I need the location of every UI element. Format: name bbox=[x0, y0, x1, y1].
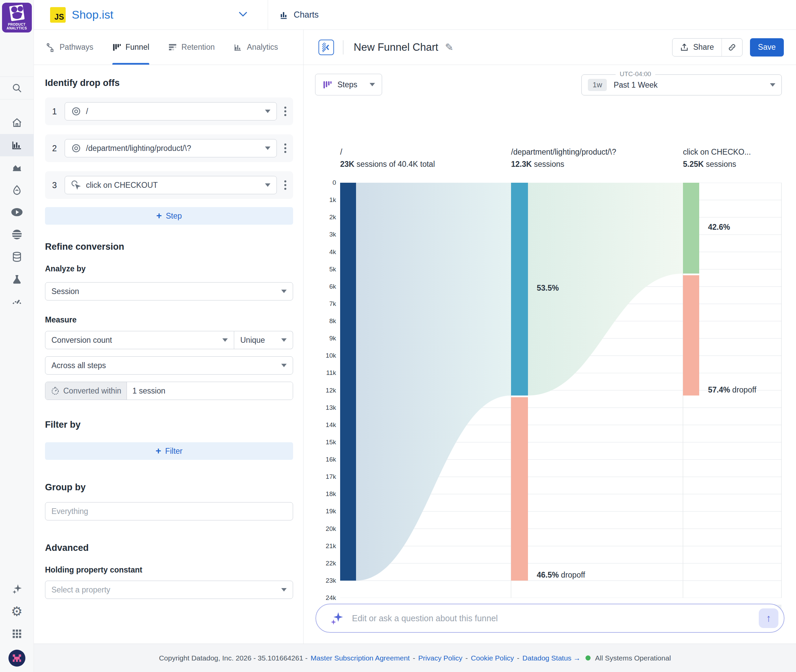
tab-retention[interactable]: Retention bbox=[168, 30, 215, 65]
analytics-icon bbox=[234, 43, 243, 52]
funnel-bar[interactable] bbox=[511, 183, 528, 395]
step-number: 2 bbox=[50, 144, 59, 153]
area-chart-icon[interactable] bbox=[0, 156, 34, 179]
footer-link-privacy[interactable]: Privacy Policy bbox=[418, 654, 463, 662]
performance-gauge-icon[interactable] bbox=[0, 290, 34, 313]
step-number: 3 bbox=[50, 180, 59, 190]
converted-within-control: Converted within 1 session bbox=[45, 382, 293, 400]
step-2-select[interactable]: /department/lighting/product/\? bbox=[65, 139, 277, 157]
charts-nav-icon[interactable] bbox=[0, 134, 34, 156]
advanced-heading: Advanced bbox=[45, 543, 293, 553]
sparkle-icon bbox=[330, 611, 344, 625]
converted-within-value[interactable]: 1 session bbox=[127, 382, 293, 400]
chevron-down-icon bbox=[281, 588, 287, 592]
tab-charts[interactable]: Charts bbox=[280, 10, 319, 20]
filter-by-heading: Filter by bbox=[45, 419, 293, 430]
workspace-name[interactable]: Shop.ist bbox=[72, 8, 114, 21]
save-button[interactable]: Save bbox=[750, 38, 784, 56]
dropoff-bar[interactable] bbox=[511, 397, 528, 581]
timezone-label: UTC-04:00 bbox=[616, 70, 655, 78]
y-tick-label: 12k bbox=[304, 387, 336, 394]
database-icon[interactable] bbox=[0, 246, 34, 268]
chevron-down-icon bbox=[281, 290, 287, 293]
measure-select[interactable]: Conversion count bbox=[45, 331, 234, 349]
step-3-menu-button[interactable] bbox=[283, 179, 288, 191]
session-replay-icon[interactable] bbox=[0, 201, 34, 223]
copy-link-button[interactable] bbox=[722, 38, 742, 56]
y-tick-label: 15k bbox=[304, 438, 336, 446]
y-tick-label: 22k bbox=[304, 560, 336, 567]
footer: Copyright Datadog, Inc. 2026 - 35.101664… bbox=[34, 643, 796, 672]
tab-funnel[interactable]: Funnel bbox=[112, 30, 149, 65]
y-tick-label: 16k bbox=[304, 456, 336, 463]
chevron-down-icon bbox=[770, 83, 775, 86]
funnel-bar[interactable] bbox=[340, 183, 356, 581]
chevron-down-icon bbox=[223, 338, 228, 342]
status-ok-dot bbox=[586, 655, 591, 661]
footer-link-msa[interactable]: Master Subscription Agreement bbox=[311, 654, 410, 662]
funnel-config-panel: Pathways Funnel Retention Analytics bbox=[34, 30, 304, 643]
logo-text-line1: PRODUCT bbox=[7, 23, 27, 26]
share-button[interactable]: Share bbox=[673, 38, 721, 56]
ai-question-bar: ↑ bbox=[316, 604, 785, 633]
dropoff-bar[interactable] bbox=[683, 275, 699, 395]
edit-title-icon[interactable]: ✎ bbox=[445, 41, 453, 53]
measure-scope-select[interactable]: Across all steps bbox=[45, 356, 293, 374]
y-tick-label: 7k bbox=[304, 300, 336, 307]
copyright-text: Copyright Datadog, Inc. 2026 - 35.101664… bbox=[159, 654, 308, 662]
group-by-input[interactable] bbox=[51, 507, 287, 516]
logo-text-line2: ANALYTICS bbox=[7, 26, 27, 30]
home-icon[interactable] bbox=[0, 112, 34, 134]
settings-gear-icon[interactable]: ⚙ bbox=[0, 600, 34, 622]
step-3-select[interactable]: click on CHECKOUT bbox=[65, 176, 277, 194]
segments-icon[interactable] bbox=[0, 223, 34, 246]
apps-grid-icon[interactable] bbox=[0, 622, 34, 645]
chart-type-select[interactable]: Steps bbox=[315, 74, 382, 95]
y-tick-label: 2k bbox=[304, 213, 336, 221]
submit-question-button[interactable]: ↑ bbox=[759, 608, 778, 628]
y-tick-label: 9k bbox=[304, 334, 336, 342]
search-icon[interactable] bbox=[0, 77, 34, 99]
holding-property-select[interactable]: Select a property bbox=[45, 581, 293, 599]
y-tick-label: 11k bbox=[304, 369, 336, 377]
steps-funnel-icon bbox=[322, 80, 332, 90]
footer-link-status[interactable]: Datadog Status → bbox=[522, 654, 581, 662]
pageview-icon bbox=[71, 106, 81, 117]
conversion-percent-label: 53.5% bbox=[537, 283, 559, 293]
ai-question-input[interactable] bbox=[352, 613, 751, 623]
add-step-button[interactable]: + Step bbox=[45, 207, 293, 225]
step-2-menu-button[interactable] bbox=[283, 142, 288, 154]
analyze-by-select[interactable]: Session bbox=[45, 282, 293, 301]
funnel-chart-main: New Funnel Chart ✎ Share bbox=[304, 30, 796, 643]
footer-link-cookie[interactable]: Cookie Policy bbox=[471, 654, 514, 662]
funnel-step-row-3: 3 click on CHECKOUT bbox=[45, 171, 293, 199]
tab-pathways[interactable]: Pathways bbox=[46, 30, 93, 65]
funnel-bar[interactable] bbox=[683, 183, 699, 274]
add-step-label: Step bbox=[166, 211, 182, 221]
click-icon bbox=[71, 180, 81, 190]
chart-type-label: Steps bbox=[338, 80, 357, 89]
y-tick-label: 24k bbox=[304, 594, 336, 602]
experiments-icon[interactable] bbox=[0, 268, 34, 290]
rail-divider bbox=[0, 99, 34, 99]
measure-unique-select[interactable]: Unique bbox=[234, 331, 293, 349]
workspace-chevron-icon[interactable] bbox=[239, 11, 247, 18]
converted-within-label: Converted within bbox=[45, 382, 127, 400]
range-label: Past 1 Week bbox=[613, 80, 658, 90]
funnel-step-header: /department/lighting/product/\?12.3K ses… bbox=[511, 147, 616, 169]
user-avatar[interactable] bbox=[8, 650, 26, 667]
heatmap-icon[interactable] bbox=[0, 179, 34, 201]
group-by-heading: Group by bbox=[45, 482, 293, 493]
add-filter-label: Filter bbox=[165, 446, 183, 456]
product-analytics-logo[interactable]: PRODUCT ANALYTICS bbox=[2, 3, 32, 32]
collapse-panel-button[interactable] bbox=[319, 40, 334, 55]
step-1-select[interactable]: / bbox=[65, 102, 277, 120]
time-range-picker[interactable]: UTC-04:00 1w Past 1 Week bbox=[581, 74, 782, 95]
y-tick-label: 6k bbox=[304, 283, 336, 290]
tab-analytics[interactable]: Analytics bbox=[234, 30, 278, 65]
ai-assistant-icon[interactable] bbox=[0, 578, 34, 600]
y-tick-label: 13k bbox=[304, 404, 336, 411]
step-1-menu-button[interactable] bbox=[283, 105, 288, 117]
add-filter-button[interactable]: + Filter bbox=[45, 442, 293, 460]
panel-content: Identify drop offs 1 / 2 bbox=[34, 65, 303, 643]
